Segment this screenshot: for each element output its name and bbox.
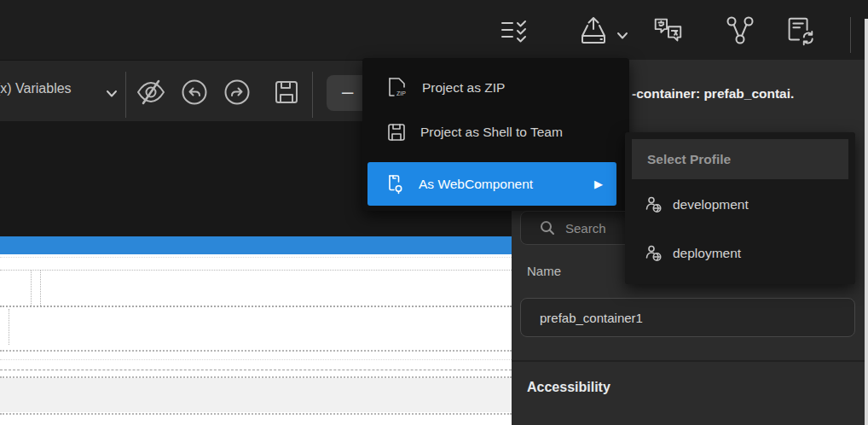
translate-chat-icon[interactable] (651, 15, 685, 47)
wireframe-line (0, 413, 512, 415)
submenu-arrow-icon: ▶ (594, 178, 603, 190)
wireframe-line (0, 270, 512, 271)
profile-gear-icon (645, 245, 663, 262)
redo-icon[interactable] (220, 75, 254, 109)
zip-badge: ZIP (396, 90, 406, 96)
wireframe-line (0, 306, 512, 307)
checklist-icon[interactable] (497, 15, 531, 47)
variables-dropdown[interactable]: (x) Variables (0, 81, 72, 96)
accessibility-section-header: Accessibility (527, 380, 610, 395)
wireframe-line (0, 370, 512, 370)
wireframe-line (0, 350, 512, 352)
branch-icon[interactable] (723, 15, 757, 47)
file-zip-icon: ZIP (386, 76, 408, 100)
save-icon[interactable] (269, 75, 304, 109)
export-chevron-down-icon[interactable] (616, 28, 628, 37)
app-window: (x) Variables – (0, 0, 868, 425)
menu-item-label: Project as Shell to Team (420, 125, 563, 140)
profile-gear-icon (645, 196, 663, 213)
wireframe-line (0, 257, 512, 258)
menu-item-project-as-zip[interactable]: ZIP Project as ZIP (362, 65, 629, 111)
file-sync-icon[interactable] (783, 15, 817, 47)
menu-item-project-as-shell[interactable]: Project as Shell to Team (362, 109, 629, 155)
submenu-item-deployment[interactable]: deployment (625, 235, 855, 272)
save-file-icon (386, 122, 407, 143)
wireframe-line (31, 271, 32, 306)
search-placeholder: Search (565, 221, 606, 236)
panel-divider (512, 360, 865, 362)
window-edge (865, 19, 868, 425)
name-field-label: Name (527, 264, 561, 278)
toolbar-divider (312, 72, 313, 118)
toolbar-divider (125, 72, 126, 118)
preview-eye-off-icon[interactable] (134, 75, 168, 109)
minus-icon: – (342, 79, 353, 102)
submenu-item-development[interactable]: development (625, 186, 855, 224)
submenu-item-label: development (673, 197, 749, 212)
menu-item-as-webcomponent[interactable]: As WebComponent ▶ (367, 162, 616, 206)
variables-chevron-down-icon[interactable] (106, 86, 118, 95)
top-toolbar (0, 0, 868, 60)
menu-item-label: Project as ZIP (422, 80, 505, 96)
undo-icon[interactable] (177, 75, 211, 109)
wireframe-block (0, 378, 512, 412)
wireframe-line (40, 271, 41, 306)
export-icon[interactable] (576, 15, 610, 47)
export-dropdown-menu: ZIP Project as ZIP Project as Shell to T… (362, 58, 629, 211)
webcomponent-icon (386, 174, 405, 195)
menu-item-label: As WebComponent (419, 177, 533, 192)
submenu-header: Select Profile (632, 139, 848, 179)
submenu-item-label: deployment (673, 246, 741, 261)
topbar-divider (850, 17, 851, 53)
search-icon (540, 220, 555, 236)
panel-title: -container: prefab_contai. (632, 86, 862, 102)
wireframe-line (9, 309, 9, 345)
selected-widget-highlight[interactable] (0, 236, 512, 254)
name-input[interactable] (520, 298, 855, 337)
profile-submenu: Select Profile development deployment (625, 132, 855, 284)
wireframe-line (0, 359, 512, 360)
